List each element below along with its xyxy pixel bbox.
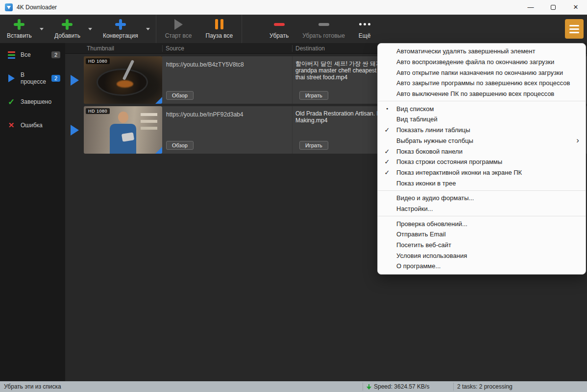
video-thumbnail[interactable]: HD 1080 <box>84 106 162 154</box>
hamburger-icon <box>569 25 579 26</box>
source-url: https://youtu.be/InPF92d3ab4 <box>166 111 288 118</box>
menu-item-show-tray-icon[interactable]: Показ иконки в трее <box>378 178 586 188</box>
menu-item-send-email[interactable]: Отправить Email <box>378 229 586 240</box>
menu-item-auto-shutdown-pc-on-finish[interactable]: Авто выключение ПК по завершению всех пр… <box>378 89 586 99</box>
toolbar-separator <box>242 15 242 43</box>
convert-button[interactable]: Конвертация <box>96 15 145 43</box>
ellipsis-icon <box>359 23 370 25</box>
maximize-button[interactable] <box>542 0 564 14</box>
paste-button[interactable]: Вставить <box>0 15 39 43</box>
play-file-button[interactable]: Играть <box>299 91 328 100</box>
pause-icon <box>215 19 223 29</box>
sidebar-item-error[interactable]: ✕ Ошибка <box>0 114 65 137</box>
checkmark-icon <box>378 169 396 176</box>
minimize-button[interactable]: — <box>519 0 542 14</box>
checkmark-icon <box>378 158 396 165</box>
app-window: 4K Downloader — ✕ Вставить Добавить <box>0 0 587 392</box>
sidebar: Все 2 В процессе 2 ✓ Завершено ✕ Ошибка <box>0 43 65 381</box>
chevron-down-icon <box>88 28 92 30</box>
row-play-button[interactable] <box>71 75 79 86</box>
menu-item-choose-columns[interactable]: Выбрать нужные столбцы › <box>378 136 586 146</box>
add-button-label: Добавить <box>54 32 80 39</box>
menu-item-show-interactive-icon[interactable]: Показ интерактивной иконки на экране ПК <box>378 167 586 178</box>
minus-icon <box>274 23 285 26</box>
menu-item-check-updates[interactable]: Проверка обновлений... <box>378 218 586 229</box>
corner-marker-icon <box>155 147 162 154</box>
speed-text: Speed: 3624.57 KB/s <box>374 383 429 390</box>
menu-item-auto-play-on-finish[interactable]: Авто воспроизведение файла по окончанию … <box>378 57 586 68</box>
tasks-text: 2 tasks: 2 processing <box>457 383 513 390</box>
browse-button[interactable]: Обзор <box>166 91 194 100</box>
add-button[interactable]: Добавить <box>48 15 87 43</box>
checkmark-icon <box>378 148 396 155</box>
menu-item-settings[interactable]: Настройки... <box>378 204 586 214</box>
sidebar-item-all[interactable]: Все 2 <box>0 43 65 67</box>
main-menu-button[interactable] <box>565 19 584 39</box>
start-all-label: Старт все <box>165 32 192 39</box>
window-title: 4K Downloader <box>17 4 57 11</box>
menu-item-terms-of-use[interactable]: Условия использования <box>378 250 586 261</box>
chevron-down-icon <box>146 28 150 30</box>
window-controls: — ✕ <box>519 0 587 14</box>
minus-icon <box>318 23 329 26</box>
menu-item-show-table-lines[interactable]: Показать линии таблицы <box>378 125 586 136</box>
menu-separator <box>378 101 586 101</box>
sidebar-item-in-progress[interactable]: В процессе 2 <box>0 67 65 90</box>
toolbar-separator <box>156 15 156 43</box>
download-arrow-icon <box>367 384 371 390</box>
add-dropdown-button[interactable] <box>87 15 96 43</box>
error-x-icon: ✕ <box>7 121 16 130</box>
menu-item-show-sidebar[interactable]: Показ боковой панели <box>378 146 586 157</box>
status-bar: Убрать эти из списка Speed: 3624.57 KB/s… <box>0 381 587 392</box>
play-file-button[interactable]: Играть <box>299 141 328 150</box>
menu-item-video-audio-formats[interactable]: Видео и аудио форматы... <box>378 193 586 204</box>
remove-finished-label: Убрать готовые <box>302 32 345 39</box>
maximize-icon <box>551 5 556 10</box>
chevron-down-icon <box>40 28 44 30</box>
speed-indicator: Speed: 3624.57 KB/s <box>367 383 429 390</box>
start-all-button[interactable]: Старт все <box>158 15 199 43</box>
sidebar-item-label: Все <box>21 51 31 58</box>
remove-finished-button[interactable]: Убрать готовые <box>295 15 352 43</box>
remove-label: Убрать <box>269 32 289 39</box>
sidebar-item-label: Завершено <box>21 98 51 105</box>
sidebar-item-completed[interactable]: ✓ Завершено <box>0 90 65 114</box>
status-divider <box>453 383 454 391</box>
status-hint-text: Убрать эти из списка <box>0 383 61 390</box>
menu-item-view-as-table[interactable]: Вид таблицей <box>378 114 586 125</box>
menu-item-auto-close-app-on-finish[interactable]: Авто закрытие программы по завершению вс… <box>378 78 586 89</box>
close-button[interactable]: ✕ <box>564 0 587 14</box>
paste-dropdown-button[interactable] <box>39 15 48 43</box>
count-badge: 2 <box>51 51 60 58</box>
checkmark-icon <box>378 126 396 134</box>
browse-button[interactable]: Обзор <box>166 141 194 150</box>
menu-item-show-status-bar[interactable]: Показ строки состояния программы <box>378 157 586 167</box>
source-url: https://youtu.be/B4zTY5V8tc8 <box>166 61 288 68</box>
play-icon <box>174 19 183 30</box>
column-header-source: Source <box>162 45 292 52</box>
row-play-button[interactable] <box>71 125 79 136</box>
more-button[interactable]: Ещё <box>352 15 378 43</box>
convert-dropdown-button[interactable] <box>145 15 154 43</box>
menu-item-view-as-list[interactable]: Вид списком <box>378 103 586 114</box>
menu-item-auto-open-folder-on-finish[interactable]: Авто открытие папки назначения по оконча… <box>378 67 586 78</box>
submenu-arrow-icon: › <box>576 138 586 143</box>
app-icon <box>5 3 13 11</box>
pause-all-button[interactable]: Пауза все <box>199 15 240 43</box>
corner-marker-icon <box>155 97 162 104</box>
source-cell: https://youtu.be/InPF92d3ab4 Обзор <box>162 106 292 154</box>
plus-icon <box>62 19 73 30</box>
play-icon <box>7 74 16 82</box>
checkmark-icon: ✓ <box>7 97 16 107</box>
plus-icon <box>14 19 24 30</box>
menu-item-visit-website[interactable]: Посетить веб-сайт <box>378 240 586 251</box>
list-icon <box>7 51 16 59</box>
count-badge: 2 <box>51 75 60 82</box>
video-thumbnail[interactable]: HD 1080 <box>84 56 162 104</box>
menu-item-about[interactable]: О программе... <box>378 261 586 272</box>
toolbar: Вставить Добавить Конвертация Старт все <box>0 15 587 43</box>
quality-badge: HD 1080 <box>86 108 110 114</box>
remove-button[interactable]: Убрать <box>263 15 295 43</box>
menu-item-auto-delete-completed[interactable]: Автоматически удалять завершенный элемен… <box>378 46 586 57</box>
main-menu-popup: Автоматически удалять завершенный элемен… <box>377 43 586 275</box>
